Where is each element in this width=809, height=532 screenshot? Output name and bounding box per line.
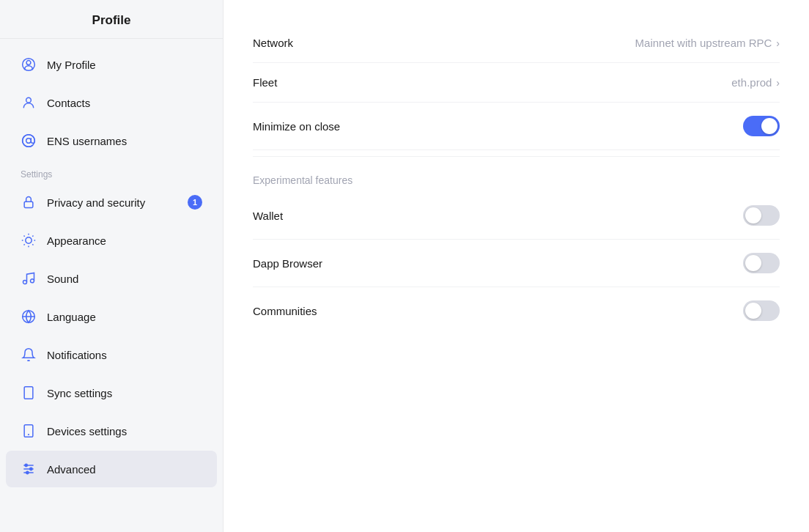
sidebar-item-ens-usernames-label: ENS usernames	[47, 135, 127, 147]
network-value[interactable]: Mainnet with upstream RPC ›	[635, 37, 780, 49]
sidebar-item-sound-label: Sound	[47, 273, 78, 285]
sidebar-item-my-profile[interactable]: My Profile	[6, 46, 217, 83]
sidebar-item-devices-settings-label: Devices settings	[47, 425, 127, 437]
person-circle-icon	[21, 56, 37, 73]
sidebar-title: Profile	[0, 0, 223, 39]
sun-icon	[21, 232, 37, 248]
svg-point-26	[25, 464, 27, 466]
network-value-text: Mainnet with upstream RPC	[635, 37, 772, 49]
privacy-security-badge: 1	[188, 195, 202, 210]
svg-point-2	[26, 97, 32, 103]
svg-point-4	[26, 138, 32, 144]
minimize-on-close-label: Minimize on close	[253, 120, 340, 133]
sidebar-item-notifications-label: Notifications	[47, 349, 107, 361]
person-icon	[21, 95, 37, 111]
communities-toggle[interactable]	[743, 300, 780, 321]
network-label: Network	[253, 37, 293, 49]
sidebar-item-advanced-label: Advanced	[47, 463, 96, 476]
music-icon	[21, 270, 37, 287]
svg-line-13	[24, 244, 25, 245]
sidebar-item-language[interactable]: Language	[6, 298, 217, 335]
communities-toggle-knob	[745, 303, 761, 319]
settings-section: Privacy and security 1 Appearance	[0, 182, 223, 489]
settings-section-label: Settings	[0, 160, 223, 182]
svg-rect-5	[24, 202, 33, 207]
fleet-value[interactable]: eth.prod ›	[731, 76, 780, 89]
sidebar-item-devices-settings[interactable]: Devices settings	[6, 413, 217, 449]
globe-icon	[21, 309, 37, 325]
sidebar-item-language-label: Language	[47, 311, 96, 323]
experimental-features-label: Experimental features	[253, 163, 780, 192]
svg-point-1	[26, 61, 31, 65]
svg-line-9	[24, 236, 25, 237]
sidebar: Profile My Profile Contacts	[0, 0, 224, 532]
sidebar-item-appearance[interactable]: Appearance	[6, 222, 217, 259]
svg-point-15	[23, 281, 27, 284]
fleet-row: Fleet eth.prod ›	[253, 63, 780, 103]
wallet-toggle[interactable]	[743, 205, 780, 226]
sidebar-item-privacy-security[interactable]: Privacy and security 1	[6, 184, 217, 221]
sidebar-item-notifications[interactable]: Notifications	[6, 336, 217, 373]
sidebar-item-contacts[interactable]: Contacts	[6, 84, 217, 121]
sidebar-item-ens-usernames[interactable]: ENS usernames	[6, 122, 217, 159]
svg-line-14	[32, 236, 33, 237]
at-circle-icon	[21, 133, 37, 149]
toggle-knob	[761, 118, 777, 134]
svg-point-6	[26, 237, 32, 243]
svg-point-28	[26, 471, 29, 473]
bell-icon	[21, 347, 37, 363]
wallet-toggle-knob	[745, 207, 761, 223]
nav-section: My Profile Contacts ENS usernames	[0, 39, 223, 160]
minimize-on-close-toggle[interactable]	[743, 116, 780, 136]
sliders-icon	[21, 461, 37, 477]
section-divider	[253, 156, 780, 157]
dapp-browser-label: Dapp Browser	[253, 257, 322, 270]
wallet-label: Wallet	[253, 210, 283, 222]
sidebar-item-sync-settings-label: Sync settings	[47, 387, 112, 399]
svg-point-16	[31, 279, 34, 283]
sidebar-item-advanced[interactable]: Advanced	[6, 451, 217, 487]
dapp-browser-toggle[interactable]	[743, 253, 780, 273]
fleet-chevron-icon: ›	[776, 77, 780, 89]
svg-point-27	[30, 468, 32, 470]
dapp-browser-toggle-knob	[745, 255, 761, 271]
sidebar-item-privacy-security-label: Privacy and security	[47, 196, 145, 209]
network-row: Network Mainnet with upstream RPC ›	[253, 23, 780, 63]
dapp-browser-row: Dapp Browser	[253, 240, 780, 287]
sidebar-item-my-profile-label: My Profile	[47, 59, 96, 71]
sync-icon	[21, 385, 37, 401]
svg-rect-19	[24, 387, 33, 399]
sidebar-item-sound[interactable]: Sound	[6, 260, 217, 297]
wallet-row: Wallet	[253, 192, 780, 240]
fleet-label: Fleet	[253, 76, 277, 89]
svg-line-10	[32, 244, 33, 245]
device-icon	[21, 423, 37, 439]
lock-icon	[21, 194, 37, 210]
sidebar-item-contacts-label: Contacts	[47, 97, 90, 109]
network-chevron-icon: ›	[776, 37, 780, 49]
minimize-on-close-row: Minimize on close	[253, 103, 780, 150]
sidebar-item-appearance-label: Appearance	[47, 234, 106, 247]
communities-label: Communities	[253, 305, 317, 317]
sidebar-item-sync-settings[interactable]: Sync settings	[6, 374, 217, 411]
fleet-value-text: eth.prod	[731, 76, 772, 89]
communities-row: Communities	[253, 287, 780, 334]
main-content: Network Mainnet with upstream RPC › Flee…	[224, 0, 809, 532]
